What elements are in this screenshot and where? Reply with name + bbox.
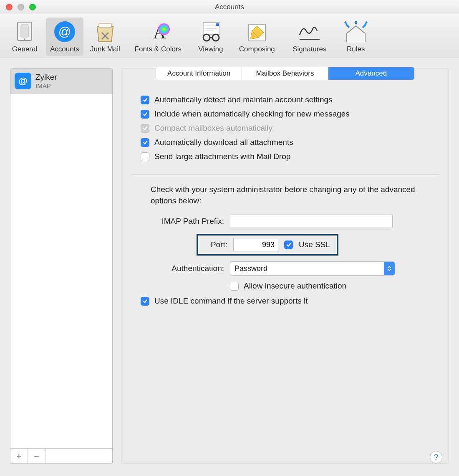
port-ssl-highlight: Port: Use SSL [197,234,338,256]
row-imap-prefix: IMAP Path Prefix: [121,215,424,228]
toolbar-label: Rules [347,45,365,53]
titlebar: Accounts [0,0,459,14]
account-tabs: Account Information Mailbox Behaviors Ad… [156,67,414,80]
svg-point-13 [203,34,210,41]
option-label: Send large attachments with Mail Drop [154,152,290,161]
row-port: Port: Use SSL [121,234,424,256]
window-title: Accounts [0,3,459,11]
svg-rect-1 [21,25,28,37]
option-use-idle[interactable]: Use IDLE command if the server supports … [141,296,424,306]
option-label: Automatically detect and maintain accoun… [154,95,333,104]
use-ssl-label: Use SSL [299,240,330,249]
imap-prefix-input[interactable] [230,215,393,228]
option-label: Include when automatically checking for … [154,109,350,119]
svg-rect-5 [99,23,111,28]
viewing-icon [199,20,222,43]
checkbox-icon[interactable] [230,282,239,291]
toolbar-item-accounts[interactable]: @ Accounts [46,18,83,56]
junk-mail-icon [93,20,117,43]
preferences-toolbar: General @ Accounts Junk Mail A [0,14,459,58]
toolbar-label: General [12,45,37,53]
checkbox-icon[interactable] [141,138,149,147]
option-compact: Compact mailboxes automatically [141,124,449,133]
remove-account-button[interactable]: − [28,449,45,463]
tab-mailbox-behaviors[interactable]: Mailbox Behaviors [242,67,328,80]
advanced-form: IMAP Path Prefix: Port: Use SSL Authenti… [121,210,449,306]
checkbox-icon[interactable] [141,297,149,306]
rules-icon [344,20,368,43]
fonts-colors-icon: A [146,20,170,43]
toolbar-label: Viewing [198,45,223,53]
account-settings-panel: Account Information Mailbox Behaviors Ad… [121,68,449,464]
svg-point-2 [24,38,25,40]
option-label: Compact mailboxes automatically [154,124,272,133]
account-texts: Zylker IMAP [35,73,57,90]
accounts-list[interactable]: @ Zylker IMAP [10,68,113,449]
account-type: IMAP [35,82,57,90]
sidebar-footer: + − [10,449,113,464]
accounts-sidebar: @ Zylker IMAP + − [10,68,113,464]
option-label: Automatically download all attachments [154,138,293,147]
toolbar-item-general[interactable]: General [6,18,43,56]
svg-rect-9 [216,23,219,26]
general-icon [13,20,36,43]
port-label: Port: [201,240,227,249]
option-mail-drop[interactable]: Send large attachments with Mail Drop [141,152,449,161]
svg-marker-19 [354,21,358,23]
chevron-up-down-icon [384,262,395,275]
tab-account-information[interactable]: Account Information [156,67,242,80]
option-auto-detect[interactable]: Automatically detect and maintain accoun… [141,95,449,104]
content-area: @ Zylker IMAP + − Account Information Ma… [0,58,459,474]
toolbar-item-rules[interactable]: Rules [337,18,375,56]
toolbar-item-junk-mail[interactable]: Junk Mail [86,18,124,56]
checkbox-icon [141,124,149,133]
row-authentication: Authentication: Password [121,261,424,276]
advanced-options: Automatically detect and maintain accoun… [121,82,449,171]
sidebar-footer-spacer [45,449,112,463]
auth-value: Password [235,264,267,273]
svg-point-14 [212,34,219,41]
toolbar-item-viewing[interactable]: Viewing [192,18,230,56]
add-account-button[interactable]: + [10,449,28,463]
option-auto-download[interactable]: Automatically download all attachments [141,138,449,147]
tab-advanced[interactable]: Advanced [328,67,414,80]
checkbox-icon[interactable] [141,96,149,104]
checkbox-icon[interactable] [141,110,149,119]
checkbox-icon[interactable] [141,152,149,161]
option-label: Use IDLE command if the server supports … [154,296,308,306]
toolbar-label: Signatures [293,45,326,53]
svg-text:@: @ [58,25,71,38]
admin-warning-text: Check with your system administrator bef… [121,175,449,210]
toolbar-item-fonts-colors[interactable]: A Fonts & Colors [127,18,189,56]
port-input[interactable] [233,238,278,251]
use-ssl-checkbox[interactable] [284,241,293,249]
toolbar-label: Composing [239,45,275,53]
toolbar-item-signatures[interactable]: Signatures [285,18,335,56]
composing-icon [245,20,269,43]
account-row[interactable]: @ Zylker IMAP [10,68,112,94]
at-sign-icon: @ [53,20,76,43]
imap-prefix-label: IMAP Path Prefix: [121,217,230,226]
at-sign-icon: @ [15,73,31,89]
toolbar-label: Junk Mail [90,45,120,53]
account-name: Zylker [35,73,57,82]
toolbar-label: Fonts & Colors [135,45,182,53]
auth-label: Authentication: [121,264,230,273]
signatures-icon [298,20,321,43]
option-label: Allow insecure authentication [244,281,346,291]
toolbar-label: Accounts [50,45,79,53]
option-allow-insecure[interactable]: Allow insecure authentication [230,281,424,291]
help-button[interactable]: ? [430,451,442,463]
svg-point-7 [158,23,170,35]
auth-select[interactable]: Password [230,261,395,276]
toolbar-item-composing[interactable]: Composing [232,18,282,56]
option-include-check[interactable]: Include when automatically checking for … [141,109,449,119]
